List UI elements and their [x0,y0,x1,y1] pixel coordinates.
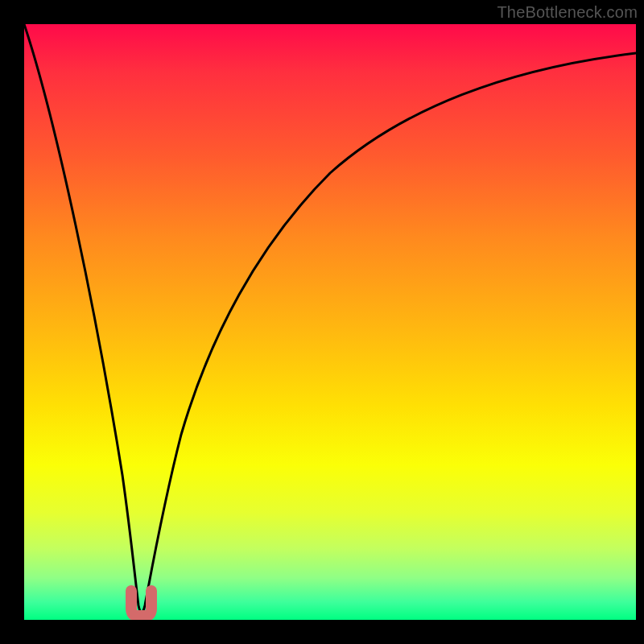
curve-layer [24,24,636,620]
trough-marker [131,591,151,616]
chart-frame: TheBottleneck.com [0,0,644,644]
bottleneck-curve [24,24,636,613]
plot-area [24,24,636,620]
watermark-text: TheBottleneck.com [497,3,638,22]
